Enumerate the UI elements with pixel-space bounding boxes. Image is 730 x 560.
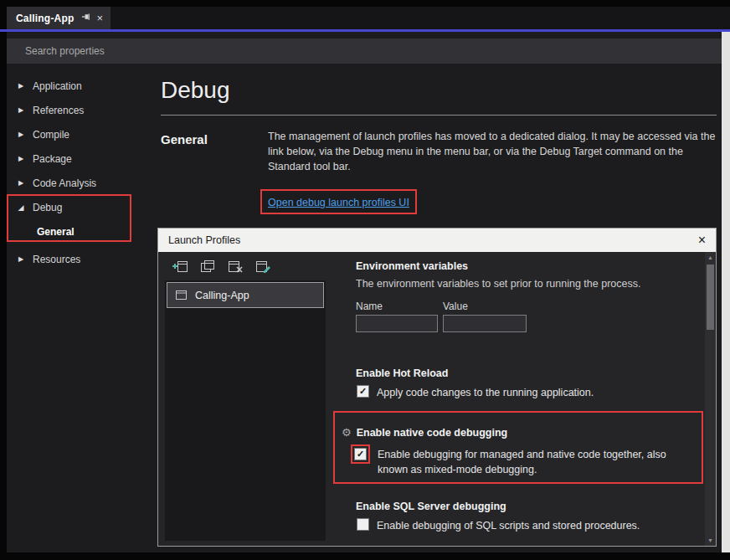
sidebar-item-label: General xyxy=(37,226,75,238)
gear-icon: ⚙ xyxy=(342,426,352,439)
title-divider xyxy=(161,115,717,116)
dialog-title: Launch Profiles xyxy=(168,234,698,246)
sql-debugging-heading: Enable SQL Server debugging xyxy=(356,501,506,512)
native-debugging-heading: Enable native code debugging xyxy=(357,427,508,439)
sql-debugging-checkbox[interactable] xyxy=(357,518,369,531)
tab-calling-app[interactable]: Calling-App × xyxy=(7,7,111,29)
hot-reload-heading: Enable Hot Reload xyxy=(356,367,448,379)
sidebar-item-debug[interactable]: ◢ Debug xyxy=(7,195,154,219)
document-tab-strip: Calling-App × xyxy=(7,7,730,29)
expander-icon[interactable]: ▶ xyxy=(17,155,25,162)
env-variables-heading: Environment variables xyxy=(356,260,468,272)
env-value-input[interactable] xyxy=(443,315,527,332)
expander-icon[interactable]: ▶ xyxy=(17,179,25,187)
scroll-down-icon[interactable]: ▼ xyxy=(705,535,716,546)
expander-icon[interactable]: ◢ xyxy=(17,203,25,212)
dialog-scrollbar-thumb[interactable] xyxy=(707,265,714,330)
visual-studio-window: Calling-App × ▶ Application ▶ References xyxy=(0,0,730,560)
profiles-list: Calling-App xyxy=(165,280,326,541)
expander-icon[interactable]: ▶ xyxy=(17,255,25,263)
hot-reload-option-label[interactable]: Apply code changes to the running applic… xyxy=(377,385,594,400)
sidebar-item-label: Code Analysis xyxy=(33,177,96,189)
native-debugging-option-label[interactable]: Enable debugging for managed and native … xyxy=(378,444,689,477)
native-debugging-checkbox[interactable]: ✓ xyxy=(354,448,367,460)
dialog-close-icon[interactable]: × xyxy=(698,234,706,247)
sidebar-item-resources[interactable]: ▶ Resources xyxy=(7,247,154,271)
window-scrollbar[interactable] xyxy=(722,32,730,552)
page-title: Debug xyxy=(161,77,230,104)
profile-icon xyxy=(175,290,188,301)
env-name-label: Name xyxy=(356,301,383,312)
profile-item-calling-app[interactable]: Calling-App xyxy=(167,282,324,308)
section-heading-general: General xyxy=(161,132,208,146)
rename-profile-icon xyxy=(255,259,270,274)
profile-name: Calling-App xyxy=(195,290,249,301)
sidebar-item-label: Debug xyxy=(33,202,62,213)
env-name-input[interactable] xyxy=(356,315,438,332)
tab-title: Calling-App xyxy=(16,13,75,24)
sidebar-item-package[interactable]: ▶ Package xyxy=(7,146,154,171)
properties-nav: ▶ Application ▶ References ▶ Compile ▶ P… xyxy=(7,74,154,271)
duplicate-profile-button[interactable] xyxy=(198,256,218,276)
env-value-label: Value xyxy=(443,301,468,312)
sidebar-item-label: References xyxy=(33,105,84,116)
rename-profile-button[interactable] xyxy=(253,256,273,276)
sql-debugging-option-label[interactable]: Enable debugging of SQL scripts and stor… xyxy=(377,518,640,533)
open-launch-profiles-link[interactable]: Open debug launch profiles UI xyxy=(268,197,409,208)
new-profile-icon xyxy=(172,259,188,274)
sidebar-item-label: Resources xyxy=(33,254,80,265)
dialog-titlebar: Launch Profiles × xyxy=(158,229,716,252)
sidebar-item-code-analysis[interactable]: ▶ Code Analysis xyxy=(7,171,154,195)
profiles-toolbar xyxy=(170,256,273,276)
sidebar-item-label: Package xyxy=(33,153,72,165)
hot-reload-checkbox[interactable]: ✓ xyxy=(357,385,369,398)
search-properties-input[interactable] xyxy=(7,39,722,64)
expander-icon[interactable]: ▶ xyxy=(17,106,25,114)
expander-icon[interactable]: ▶ xyxy=(17,131,25,138)
tab-close-icon[interactable]: × xyxy=(97,13,104,23)
sidebar-item-references[interactable]: ▶ References xyxy=(7,98,154,122)
scroll-up-icon[interactable]: ▲ xyxy=(705,252,716,263)
duplicate-profile-icon xyxy=(200,259,215,274)
annotation-box-native-checkbox: ✓ xyxy=(351,444,370,464)
native-debugging-header: ⚙ Enable native code debugging xyxy=(342,426,507,439)
pin-icon[interactable] xyxy=(81,13,90,23)
sidebar-item-debug-general[interactable]: General xyxy=(7,219,154,244)
expander-icon[interactable]: ▶ xyxy=(17,82,25,90)
sidebar-item-label: Compile xyxy=(33,129,69,141)
debug-description-text: The management of launch profiles has mo… xyxy=(268,129,725,174)
sidebar-item-label: Application xyxy=(33,80,82,92)
new-profile-button[interactable] xyxy=(170,256,190,276)
delete-profile-button[interactable] xyxy=(225,256,245,276)
launch-profiles-dialog: Launch Profiles × xyxy=(157,228,717,547)
search-box xyxy=(7,39,722,64)
sidebar-item-application[interactable]: ▶ Application xyxy=(7,74,154,98)
dialog-scrollbar[interactable]: ▲ ▼ xyxy=(705,252,716,546)
sidebar-item-compile[interactable]: ▶ Compile xyxy=(7,122,154,146)
annotation-box-link: Open debug launch profiles UI xyxy=(260,189,417,214)
dialog-body: Calling-App Environment variables The en… xyxy=(158,252,716,546)
env-variables-description: The environment variables to set prior t… xyxy=(356,278,640,290)
delete-profile-icon xyxy=(228,259,243,274)
